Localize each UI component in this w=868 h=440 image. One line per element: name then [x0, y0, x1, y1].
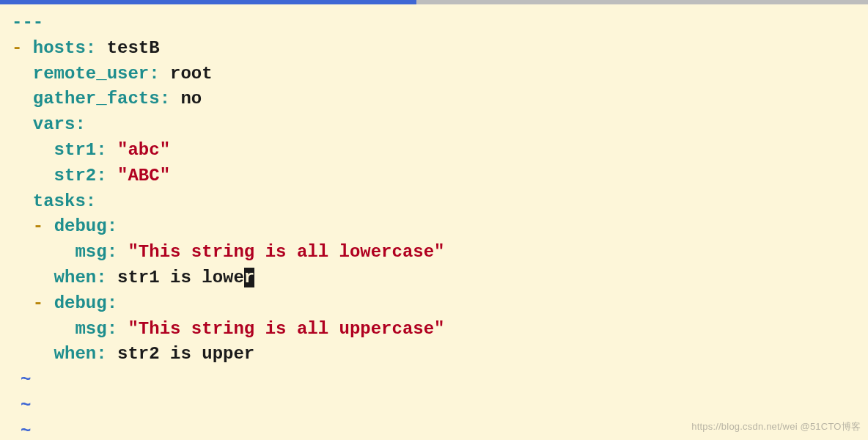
hosts-key: hosts:: [33, 38, 96, 58]
gather-facts-value: no: [180, 89, 202, 109]
task-dash-2: -: [33, 293, 43, 313]
str2-key: str2:: [54, 166, 107, 186]
scrollbar-progress: [0, 0, 416, 4]
remote-user-key: remote_user:: [33, 64, 160, 84]
text-cursor: r: [244, 268, 254, 287]
scrollbar-top: [0, 0, 868, 4]
empty-line-tilde: ~: [21, 367, 865, 393]
list-dash: -: [12, 38, 22, 58]
str2-value: "ABC": [117, 166, 170, 186]
msg1-value: "This string is all lowercase": [128, 242, 444, 262]
str1-value: "abc": [117, 140, 170, 160]
when2-key: when:: [54, 344, 107, 364]
str1-key: str1:: [54, 140, 107, 160]
vars-key: vars:: [33, 114, 86, 134]
hosts-value: testB: [107, 38, 160, 58]
debug2-key: debug:: [54, 293, 117, 313]
tasks-key: tasks:: [33, 191, 96, 211]
when1-value: str1 is lowe: [117, 268, 244, 287]
watermark-text: https://blog.csdn.net/wei @51CTO博客: [691, 420, 861, 434]
debug1-key: debug:: [54, 216, 117, 236]
task-dash-1: -: [33, 216, 43, 236]
when2-value: str2 is upper: [117, 344, 254, 364]
empty-line-tilde: ~: [21, 393, 865, 419]
msg2-key: msg:: [75, 319, 117, 339]
msg1-key: msg:: [75, 242, 117, 262]
remote-user-value: root: [170, 64, 213, 84]
code-editor: --- - hosts: testB remote_user: root gat…: [3, 6, 865, 440]
doc-start: ---: [12, 12, 43, 32]
msg2-value: "This string is all uppercase": [128, 319, 444, 339]
when1-key: when:: [54, 268, 107, 287]
gather-facts-key: gather_facts:: [33, 89, 170, 109]
